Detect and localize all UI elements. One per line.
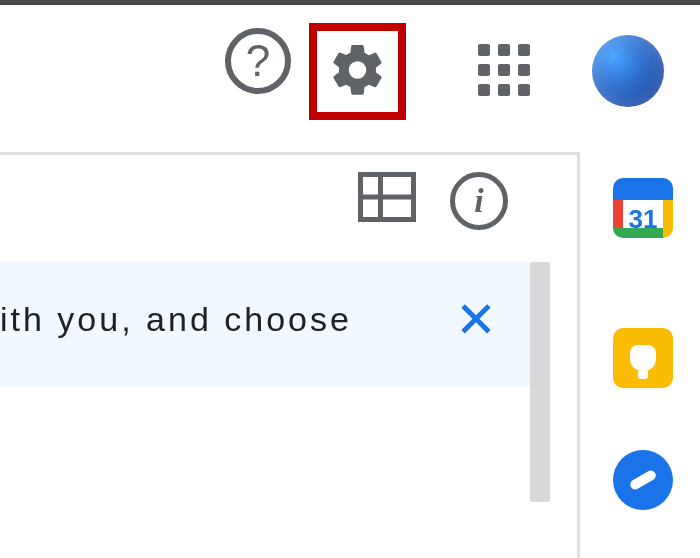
keep-bulb-icon [630,345,656,371]
divider-horizontal [0,152,580,155]
apps-launcher-button[interactable] [478,44,530,96]
help-glyph: ? [246,36,270,86]
help-icon: ? [225,28,291,94]
list-view-icon [358,172,416,222]
gear-icon [328,40,388,100]
calendar-icon-top [613,178,673,200]
account-avatar[interactable] [592,35,664,107]
tasks-sidebar-button[interactable] [613,450,673,510]
view-toggle-button[interactable] [358,172,416,222]
info-icon: i [450,172,508,230]
apps-grid-icon [478,44,530,96]
tasks-check-icon [628,469,657,492]
close-icon: ✕ [455,292,497,348]
settings-button[interactable] [328,40,388,104]
window-chrome-top [0,0,700,5]
keep-sidebar-button[interactable] [613,328,673,388]
help-button[interactable]: ? [225,28,291,94]
calendar-sidebar-button[interactable]: 31 [613,178,673,238]
banner-text: ith you, and choose [0,300,352,339]
divider-vertical [577,152,580,558]
info-glyph: i [474,182,483,220]
avatar-icon [592,35,664,107]
scrollbar[interactable] [530,262,550,502]
settings-highlight [309,23,406,120]
details-info-button[interactable]: i [450,172,508,230]
banner-close-button[interactable]: ✕ [455,300,497,340]
calendar-day-label: 31 [613,200,673,238]
